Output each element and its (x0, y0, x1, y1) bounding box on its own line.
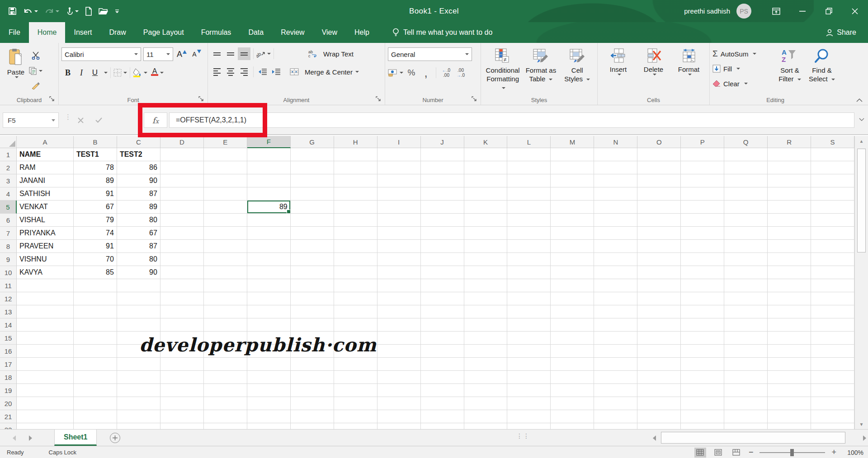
tab-insert[interactable]: Insert (65, 22, 100, 43)
cell-Q15[interactable] (724, 332, 768, 345)
cell-S18[interactable] (811, 371, 854, 384)
cell-N3[interactable] (594, 174, 637, 187)
cell-N15[interactable] (594, 332, 637, 345)
cell-C3[interactable]: 90 (117, 174, 160, 187)
cell-A4[interactable]: SATHISH (17, 187, 74, 201)
cell-P13[interactable] (681, 305, 724, 318)
cell-P7[interactable] (681, 227, 724, 240)
cell-A22[interactable] (17, 423, 74, 429)
cell-H4[interactable] (334, 187, 377, 201)
cell-Q4[interactable] (724, 187, 768, 201)
cell-L19[interactable] (507, 384, 551, 397)
cell-A12[interactable] (17, 292, 74, 305)
row-header-3[interactable]: 3 (0, 174, 17, 187)
cell-P18[interactable] (681, 371, 724, 384)
cell-O12[interactable] (637, 292, 681, 305)
cell-N16[interactable] (594, 345, 637, 358)
next-sheet-icon[interactable] (29, 435, 32, 441)
cell-G13[interactable] (291, 305, 334, 318)
cell-G1[interactable] (291, 148, 334, 161)
top-align-icon[interactable] (211, 47, 223, 60)
cell-K3[interactable] (464, 174, 508, 187)
cell-K18[interactable] (464, 371, 508, 384)
increase-indent-icon[interactable] (270, 65, 283, 78)
cell-C14[interactable] (117, 318, 160, 332)
cell-L16[interactable] (507, 345, 551, 358)
cell-Q6[interactable] (724, 214, 768, 227)
column-header-C[interactable]: C (117, 136, 160, 148)
cell-P10[interactable] (681, 266, 724, 279)
cell-C19[interactable] (117, 384, 160, 397)
cell-A17[interactable] (17, 358, 74, 371)
prev-sheet-icon[interactable] (13, 435, 16, 441)
cell-C12[interactable] (117, 292, 160, 305)
cell-L14[interactable] (507, 318, 551, 332)
cell-O7[interactable] (637, 227, 681, 240)
align-center-icon[interactable] (224, 65, 237, 78)
cell-K15[interactable] (464, 332, 508, 345)
cell-C10[interactable]: 90 (117, 266, 160, 279)
cell-R19[interactable] (768, 384, 811, 397)
cell-C22[interactable] (117, 423, 160, 429)
cell-N1[interactable] (594, 148, 637, 161)
increase-font-icon[interactable]: A (175, 48, 188, 61)
page-layout-view-icon[interactable] (712, 448, 724, 458)
cell-N8[interactable] (594, 240, 637, 253)
cell-K19[interactable] (464, 384, 508, 397)
cell-O2[interactable] (637, 161, 681, 174)
horizontal-scroll-thumb[interactable] (661, 432, 845, 444)
row-header-7[interactable]: 7 (0, 227, 17, 240)
cell-A6[interactable]: VISHAL (17, 214, 74, 227)
tab-page-layout[interactable]: Page Layout (135, 22, 193, 43)
cell-B4[interactable]: 91 (74, 187, 117, 201)
cell-Q20[interactable] (724, 397, 768, 410)
cell-S16[interactable] (811, 345, 854, 358)
row-header-5[interactable]: 5 (0, 201, 17, 214)
cell-J21[interactable] (421, 410, 464, 423)
cell-S12[interactable] (811, 292, 854, 305)
cell-R10[interactable] (768, 266, 811, 279)
cell-J20[interactable] (421, 397, 464, 410)
cell-G17[interactable] (291, 358, 334, 371)
fill-button[interactable]: Fill (712, 62, 774, 75)
cell-K7[interactable] (464, 227, 508, 240)
cell-Q22[interactable] (724, 423, 768, 429)
cell-N22[interactable] (594, 423, 637, 429)
cell-D22[interactable] (160, 423, 204, 429)
cell-G12[interactable] (291, 292, 334, 305)
cell-L15[interactable] (507, 332, 551, 345)
column-header-N[interactable]: N (594, 136, 637, 148)
cell-F6[interactable] (247, 214, 291, 227)
cell-R14[interactable] (768, 318, 811, 332)
cell-G11[interactable] (291, 279, 334, 292)
cell-O1[interactable] (637, 148, 681, 161)
cell-A16[interactable] (17, 345, 74, 358)
column-header-H[interactable]: H (334, 136, 377, 148)
find-select-dropdown[interactable] (831, 79, 835, 80)
cell-D20[interactable] (160, 397, 204, 410)
cell-G4[interactable] (291, 187, 334, 201)
cell-B18[interactable] (74, 371, 117, 384)
cell-E5[interactable] (204, 201, 247, 214)
cell-M9[interactable] (551, 253, 594, 266)
cell-P2[interactable] (681, 161, 724, 174)
column-header-F[interactable]: F (247, 136, 291, 148)
cell-N18[interactable] (594, 371, 637, 384)
cell-F21[interactable] (247, 410, 291, 423)
cell-L5[interactable] (507, 201, 551, 214)
cell-Q9[interactable] (724, 253, 768, 266)
cell-N19[interactable] (594, 384, 637, 397)
align-left-icon[interactable] (211, 65, 223, 78)
column-header-P[interactable]: P (681, 136, 724, 148)
page-break-view-icon[interactable] (731, 448, 742, 458)
cell-S9[interactable] (811, 253, 854, 266)
cell-P5[interactable] (681, 201, 724, 214)
cell-A9[interactable]: VISHNU (17, 253, 74, 266)
comma-style-icon[interactable]: , (420, 66, 432, 79)
cell-O4[interactable] (637, 187, 681, 201)
tab-data[interactable]: Data (240, 22, 272, 43)
cell-A20[interactable] (17, 397, 74, 410)
cell-B12[interactable] (74, 292, 117, 305)
cell-M21[interactable] (551, 410, 594, 423)
cell-B3[interactable]: 89 (74, 174, 117, 187)
